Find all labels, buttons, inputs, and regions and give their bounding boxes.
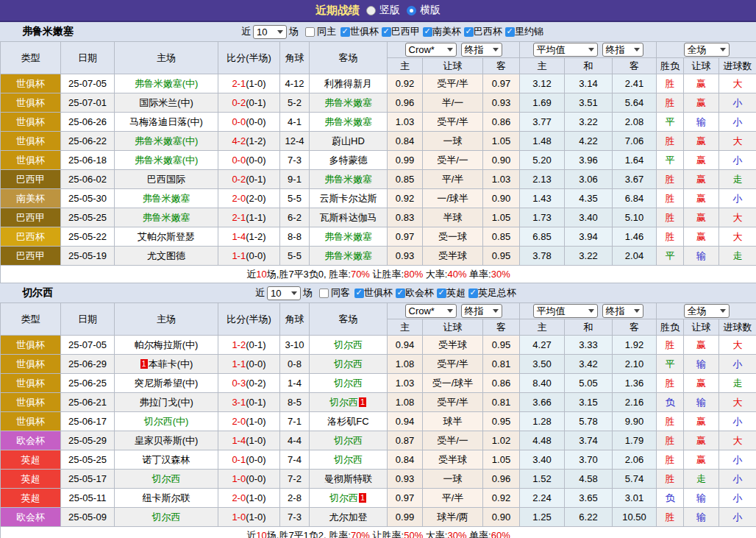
home-team-name[interactable]: 帕尔梅拉斯(中) <box>135 339 199 350</box>
same-venue-checkbox[interactable] <box>305 27 315 37</box>
home-team-name[interactable]: 纽卡斯尔联 <box>143 492 190 503</box>
away-team-name[interactable]: 切尔西 <box>334 358 363 369</box>
average-select[interactable]: 平均值 <box>533 304 598 318</box>
home-team-name[interactable]: 弗鲁米嫩塞 <box>143 212 190 223</box>
horizontal-layout-radio[interactable] <box>407 6 416 15</box>
league-filter-checkbox[interactable] <box>423 27 432 37</box>
home-team-name[interactable]: 弗拉门戈(中) <box>139 397 193 408</box>
league-filter-checkbox[interactable] <box>382 27 391 37</box>
result-cell: 胜 <box>657 431 684 450</box>
away-team-cell: 切尔西 <box>310 355 388 374</box>
home-team-name[interactable]: 本菲卡(中) <box>149 358 193 369</box>
away-team-name[interactable]: 弗鲁米嫩塞 <box>324 231 372 242</box>
league-type-cell: 英超 <box>1 470 61 489</box>
home-team-name[interactable]: 弗鲁米嫩塞(中) <box>135 78 199 89</box>
final-odds-select[interactable]: 终指 <box>461 43 502 57</box>
league-filter-checkbox[interactable] <box>396 289 405 298</box>
date-cell: 25-06-18 <box>61 151 115 170</box>
col-away: 客场 <box>310 303 388 336</box>
handicap-result-cell: 赢 <box>684 227 719 247</box>
home-team-name[interactable]: 马梅洛迪日落(中) <box>129 116 203 127</box>
col-result: 胜负 <box>657 319 684 336</box>
average-select[interactable]: 平均值 <box>533 43 598 57</box>
away-team-name[interactable]: 切尔西 <box>334 378 363 389</box>
final-odds-select[interactable]: 终指 <box>461 304 502 318</box>
home-team-name[interactable]: 艾帕尔斯登瑟 <box>138 231 195 242</box>
home-team-name[interactable]: 切尔西 <box>152 512 181 523</box>
match-row: 英超25-05-11纽卡斯尔联2-0(1-0)2-8切尔西10.97平/半0.9… <box>1 489 756 508</box>
goals-result-cell: 小 <box>719 151 756 170</box>
full-match-select[interactable]: 全场 <box>684 43 730 57</box>
league-filter-checkbox[interactable] <box>340 27 350 37</box>
away-team-name[interactable]: 切尔西 <box>329 397 358 408</box>
home-team-name[interactable]: 诺丁汉森林 <box>143 454 190 465</box>
avg-away-cell: 7.06 <box>613 132 657 151</box>
away-team-name[interactable]: 云斯卡尔达斯 <box>320 193 377 204</box>
full-match-select[interactable]: 全场 <box>684 304 730 318</box>
away-team-name[interactable]: 曼彻斯特联 <box>324 473 372 484</box>
away-team-name[interactable]: 多特蒙德 <box>329 155 368 166</box>
final-odds-select-2[interactable]: 终指 <box>602 43 643 57</box>
away-team-name[interactable]: 利雅得新月 <box>324 78 372 89</box>
league-filter-checkbox[interactable] <box>437 289 446 298</box>
league-filter-checkbox[interactable] <box>354 289 364 298</box>
date-cell: 25-07-05 <box>61 74 115 93</box>
avg-away-cell: 5.64 <box>613 93 657 113</box>
same-venue-checkbox[interactable] <box>319 289 329 298</box>
avg-draw-cell: 5.78 <box>565 412 613 431</box>
result-cell: 平 <box>657 151 684 170</box>
away-team-name[interactable]: 切尔西 <box>334 339 363 350</box>
odds-source-select[interactable]: Crow* <box>405 304 457 318</box>
away-team-name[interactable]: 弗鲁米嫩塞 <box>324 174 372 185</box>
score-cell: 1-1(0-0) <box>218 355 280 374</box>
home-team-name[interactable]: 突尼斯希望(中) <box>135 378 199 389</box>
away-team-name[interactable]: 弗鲁米嫩塞 <box>324 97 372 108</box>
match-count-select[interactable]: 10 <box>253 25 287 39</box>
odds-source-select[interactable]: Crow* <box>405 43 457 57</box>
away-team-name[interactable]: 瓦斯科达伽马 <box>320 212 377 223</box>
home-team-name[interactable]: 弗鲁米嫩塞 <box>143 193 190 204</box>
home-team-name[interactable]: 国际米兰(中) <box>139 97 193 108</box>
league-filter-checkbox[interactable] <box>468 289 478 298</box>
corners-cell: 7-1 <box>280 412 310 431</box>
match-count-select[interactable]: 10 <box>267 286 301 300</box>
away-team-name[interactable]: 洛杉矶FC <box>327 416 368 427</box>
match-row: 世俱杯25-06-291本菲卡(中)1-1(0-0)0-8切尔西1.08受平/半… <box>1 355 756 374</box>
summary-line: 近10场,胜7平1负2, 胜率:70% 让胜率:50% 大率:30% 单率:60… <box>1 527 756 538</box>
away-team-name[interactable]: 切尔西 <box>334 435 363 446</box>
result-cell: 胜 <box>657 412 684 431</box>
avg-away-cell: 1.46 <box>613 227 657 247</box>
away-team-name[interactable]: 弗鲁米嫩塞 <box>324 250 372 261</box>
full-time-score: 1-0 <box>232 473 246 484</box>
result-cell: 胜 <box>657 189 684 208</box>
summary-part: 近 <box>246 269 256 280</box>
final-odds-select-2[interactable]: 终指 <box>602 304 643 318</box>
home-team-name[interactable]: 弗鲁米嫩塞(中) <box>135 155 199 166</box>
home-team-name[interactable]: 尤文图德 <box>147 250 185 261</box>
summary-line: 近10场,胜7平3负0, 胜率:70% 让胜率:80% 大率:40% 单率:30… <box>1 266 756 283</box>
league-filter-checkbox[interactable] <box>505 27 515 37</box>
league-type-cell: 巴西甲 <box>1 208 61 227</box>
home-team-name[interactable]: 皇家贝蒂斯(中) <box>135 435 199 446</box>
crow-away-odds-cell: 0.85 <box>483 227 520 247</box>
away-team-name[interactable]: 尤尔加登 <box>329 512 368 523</box>
corners-cell: 5-5 <box>280 189 310 208</box>
away-team-name[interactable]: 切尔西 <box>329 492 358 503</box>
league-filter-checkbox[interactable] <box>464 27 474 37</box>
vertical-layout-radio[interactable] <box>366 6 376 15</box>
home-team-name[interactable]: 巴西国际 <box>147 174 185 185</box>
crow-home-odds-cell: 0.84 <box>388 450 423 470</box>
vertical-layout-label[interactable]: 竖版 <box>379 4 400 17</box>
away-team-name[interactable]: 弗鲁米嫩塞 <box>324 116 372 127</box>
crow-away-odds-cell: 1.05 <box>483 450 520 470</box>
away-team-cell: 瓦斯科达伽马 <box>310 208 388 227</box>
away-team-name[interactable]: 切尔西 <box>334 454 363 465</box>
avg-draw-cell: 3.33 <box>565 336 613 355</box>
home-team-name[interactable]: 切尔西(中) <box>144 416 189 427</box>
horizontal-layout-label[interactable]: 横版 <box>420 4 441 17</box>
home-team-name[interactable]: 弗鲁米嫩塞(中) <box>135 135 199 146</box>
away-team-name[interactable]: 蔚山HD <box>332 135 365 146</box>
league-type-cell: 世俱杯 <box>1 74 61 93</box>
home-team-name[interactable]: 切尔西 <box>152 473 181 484</box>
home-team-cell: 马梅洛迪日落(中) <box>115 113 218 132</box>
